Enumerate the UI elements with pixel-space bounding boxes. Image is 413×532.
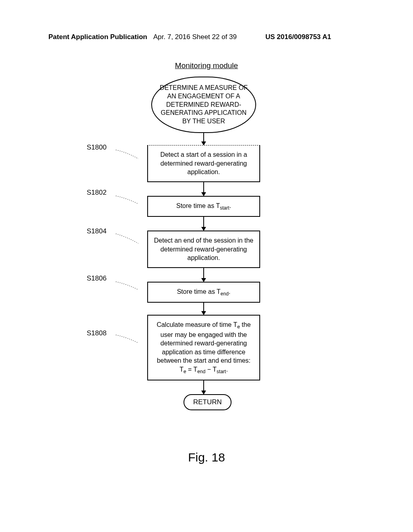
leader-line-icon [115,149,139,161]
step-s1802: S1802 Store time as Tstart. [143,196,264,217]
section-title: Monitoring module [0,61,413,70]
header-mid: Apr. 7, 2016 Sheet 22 of 39 [153,33,237,41]
arrow-down-icon [203,133,264,145]
header-right: US 2016/0098753 A1 [265,33,331,41]
arrow-down-icon [203,303,264,315]
arrow-down-icon [203,380,264,394]
arrow-down-icon [203,268,264,282]
leader-line-icon [115,233,139,245]
return-terminal: RETURN [184,394,232,410]
step-s1800: S1800 Detect a start of a session in a d… [143,145,264,182]
arrow-down-icon [203,217,264,231]
step-s1806: S1806 Store time as Tend. [143,282,264,303]
step-s1808: S1808 Calculate measure of time Te the u… [143,315,264,380]
step-box: Detect a start of a session in a determi… [147,145,260,182]
leader-line-icon [115,194,139,206]
header-left: Patent Application Publication [48,33,147,41]
step-s1804: S1804 Detect an end of the session in th… [143,231,264,268]
leader-line-icon [115,280,139,292]
arrow-down-icon [203,182,264,196]
start-terminal: DETERMINE A MEASURE OF AN ENGAGEMENT OF … [151,77,256,133]
step-box: Store time as Tstart. [147,196,260,217]
flowchart: DETERMINE A MEASURE OF AN ENGAGEMENT OF … [0,77,413,410]
step-box: Detect an end of the session in the dete… [147,231,260,268]
step-box: Store time as Tend. [147,282,260,303]
figure-label: Fig. 18 [0,451,413,464]
step-box: Calculate measure of time Te the user ma… [147,315,260,380]
page: Patent Application Publication Apr. 7, 2… [0,0,413,532]
leader-line-icon [115,333,139,345]
